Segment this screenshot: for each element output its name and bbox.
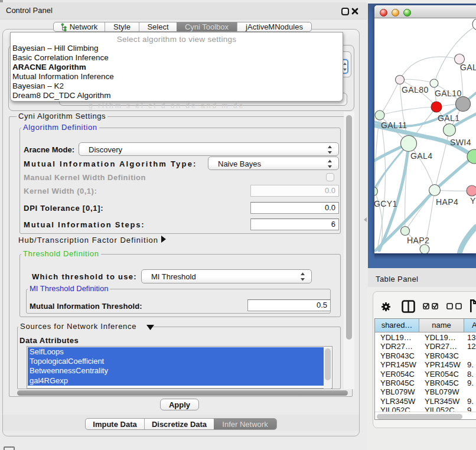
svg-text:GAL1: GAL1 — [438, 113, 459, 123]
svg-text:HAP4: HAP4 — [436, 197, 458, 207]
svg-text:Y: Y — [470, 196, 476, 206]
svg-text:GAL11: GAL11 — [381, 120, 407, 130]
svg-text:GAL80: GAL80 — [402, 85, 429, 94]
svg-text:HAP2: HAP2 — [407, 236, 429, 245]
svg-text:GAL4: GAL4 — [410, 151, 432, 161]
svg-text:SWI4: SWI4 — [450, 138, 471, 147]
svg-text:GAL10: GAL10 — [435, 89, 462, 98]
svg-text:GCY1: GCY1 — [374, 199, 397, 208]
svg-text:GAL7: GAL7 — [460, 63, 476, 72]
